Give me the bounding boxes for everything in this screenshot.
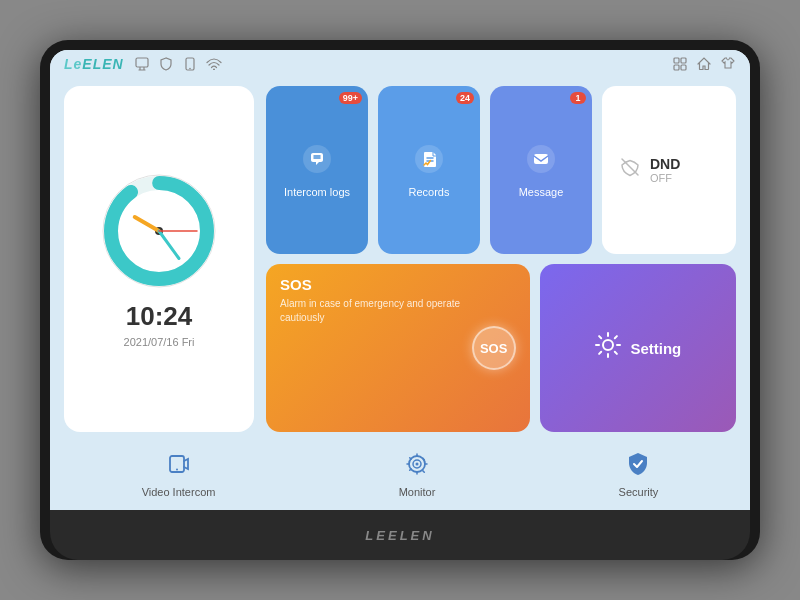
svg-point-5 xyxy=(189,68,191,70)
message-tile[interactable]: 1 Message xyxy=(490,86,592,254)
message-icon xyxy=(525,143,557,182)
clock-time: 10:24 xyxy=(126,301,193,332)
sos-button[interactable]: SOS xyxy=(472,326,516,370)
sos-tile[interactable]: SOS Alarm in case of emergency and opera… xyxy=(266,264,530,432)
intercom-badge: 99+ xyxy=(339,92,362,104)
sos-description: Alarm in case of emergency and operate c… xyxy=(280,297,462,325)
top-right-icons xyxy=(672,56,736,72)
tablet-icon xyxy=(182,56,198,72)
nav-monitor-label: Monitor xyxy=(399,486,436,498)
nav-security-label: Security xyxy=(619,486,659,498)
device-speaker: LEELEN xyxy=(50,510,750,560)
monitor-icon xyxy=(134,56,150,72)
nav-phone-icon xyxy=(167,452,191,482)
bottom-tiles-row: SOS Alarm in case of emergency and opera… xyxy=(266,264,736,432)
nav-video-intercom[interactable]: Video Intercom xyxy=(122,448,236,502)
home-icon xyxy=(696,56,712,72)
speaker-brand: LEELEN xyxy=(365,528,434,543)
records-icon xyxy=(413,143,445,182)
device-frame: LeELEN xyxy=(40,40,760,560)
brand-logo: LeELEN xyxy=(64,56,124,72)
svg-rect-8 xyxy=(681,58,686,63)
nav-video-intercom-label: Video Intercom xyxy=(142,486,216,498)
dnd-title: DND xyxy=(650,156,680,172)
dnd-text: DND OFF xyxy=(650,156,680,184)
clock-widget: 10:24 2021/07/16 Fri xyxy=(64,86,254,432)
dnd-status: OFF xyxy=(650,172,680,184)
dnd-icon xyxy=(618,155,642,185)
shirt-icon xyxy=(720,56,736,72)
svg-rect-10 xyxy=(681,65,686,70)
wifi-icon xyxy=(206,56,222,72)
message-badge: 1 xyxy=(570,92,586,104)
top-bar: LeELEN xyxy=(50,50,750,78)
right-grid: 99+ Intercom logs 24 xyxy=(266,86,736,432)
shield-icon xyxy=(158,56,174,72)
svg-point-25 xyxy=(603,340,613,350)
screen: LeELEN xyxy=(50,50,750,510)
intercom-icon xyxy=(301,143,333,182)
clock-face xyxy=(99,171,219,291)
main-content: 10:24 2021/07/16 Fri 99+ xyxy=(50,78,750,440)
clock-date: 2021/07/16 Fri xyxy=(124,336,195,348)
bottom-navigation: Video Intercom Monitor xyxy=(50,440,750,510)
svg-rect-0 xyxy=(136,58,148,67)
setting-tile[interactable]: Setting xyxy=(540,264,736,432)
message-label: Message xyxy=(519,186,564,198)
nav-monitor[interactable]: Monitor xyxy=(379,448,456,502)
nav-security[interactable]: Security xyxy=(599,448,679,502)
sos-title: SOS xyxy=(280,276,462,293)
svg-point-6 xyxy=(213,69,215,71)
records-label: Records xyxy=(409,186,450,198)
svg-point-30 xyxy=(416,463,419,466)
setting-label: Setting xyxy=(630,340,681,357)
records-tile[interactable]: 24 Records xyxy=(378,86,480,254)
nav-camera-icon xyxy=(404,452,430,482)
setting-icon xyxy=(594,331,622,365)
intercom-logs-tile[interactable]: 99+ Intercom logs xyxy=(266,86,368,254)
svg-point-27 xyxy=(176,469,178,471)
svg-rect-7 xyxy=(674,58,679,63)
grid-icon xyxy=(672,56,688,72)
nav-shield-icon xyxy=(627,452,649,482)
svg-rect-9 xyxy=(674,65,679,70)
status-icons xyxy=(134,56,222,72)
intercom-label: Intercom logs xyxy=(284,186,350,198)
sos-text: SOS Alarm in case of emergency and opera… xyxy=(280,276,462,325)
top-tiles-row: 99+ Intercom logs 24 xyxy=(266,86,736,254)
dnd-tile[interactable]: DND OFF xyxy=(602,86,736,254)
records-badge: 24 xyxy=(456,92,474,104)
svg-rect-23 xyxy=(534,154,548,164)
